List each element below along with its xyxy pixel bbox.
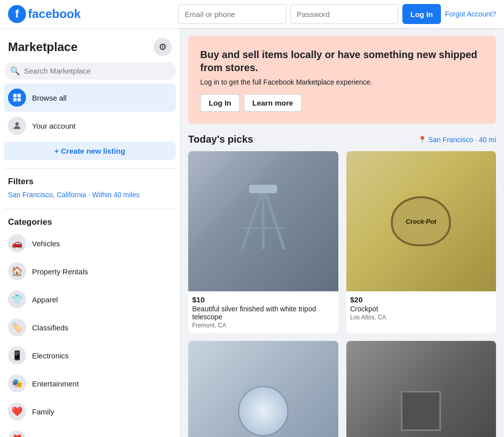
product-image-machinery — [346, 341, 496, 437]
category-item-property-rentals[interactable]: 🏠 Property Rentals — [4, 257, 176, 285]
product-card-0[interactable]: $10 Beautiful silver finished with white… — [188, 151, 338, 333]
product-card-1[interactable]: Crock·Pot $20 Crockpot Los Altos, CA — [346, 151, 496, 333]
product-name: Crockpot — [350, 305, 492, 313]
category-item-free-stuff[interactable]: 🎁 Free Stuff — [4, 425, 176, 437]
banner-title: Buy and sell items locally or have somet… — [200, 48, 484, 74]
category-icon: 🚗 — [8, 234, 26, 252]
banner-learn-more-button[interactable]: Learn more — [244, 94, 302, 112]
main-content: Buy and sell items locally or have somet… — [180, 28, 504, 437]
picks-header: Today's picks 📍 San Francisco · 40 mi — [188, 134, 496, 145]
category-item-apparel[interactable]: 👕 Apparel — [4, 285, 176, 313]
divider-2 — [4, 209, 176, 209]
product-info: $20 Crockpot Los Altos, CA — [346, 291, 496, 325]
product-card-2[interactable] — [188, 341, 338, 437]
gear-button[interactable]: ⚙ — [154, 38, 172, 56]
sidebar-item-browse-all[interactable]: Browse all — [4, 84, 176, 112]
create-listing-button[interactable]: + Create new listing — [4, 142, 176, 160]
facebook-logo-f: f — [8, 5, 26, 23]
category-label: Property Rentals — [32, 267, 88, 276]
svg-line-5 — [242, 186, 263, 249]
product-card-3[interactable] — [346, 341, 496, 437]
location-pin-icon: 📍 — [418, 136, 426, 144]
banner: Buy and sell items locally or have somet… — [188, 36, 496, 124]
category-icon: 🎭 — [8, 374, 26, 392]
sidebar-title-row: Marketplace ⚙ — [4, 34, 176, 62]
category-item-entertainment[interactable]: 🎭 Entertainment — [4, 369, 176, 397]
banner-actions: Log In Learn more — [200, 94, 484, 112]
product-image-container — [188, 341, 338, 437]
product-image-container — [346, 341, 496, 437]
email-input[interactable] — [178, 4, 286, 24]
divider-1 — [4, 168, 176, 169]
svg-rect-8 — [249, 185, 277, 193]
browse-all-icon — [8, 89, 26, 107]
category-label: Family — [32, 407, 54, 416]
category-label: Free Stuff — [32, 435, 65, 438]
category-item-family[interactable]: ❤️ Family — [4, 397, 176, 425]
filter-location[interactable]: San Francisco, California · Within 40 mi… — [4, 189, 176, 205]
categories-title: Categories — [4, 213, 176, 229]
product-price: $10 — [192, 295, 334, 304]
product-name: Beautiful silver finished with white tri… — [192, 305, 334, 321]
filters-title: Filters — [4, 173, 176, 189]
browse-all-label: Browse all — [32, 94, 67, 102]
category-label: Entertainment — [32, 379, 79, 388]
svg-rect-0 — [14, 94, 17, 98]
header-right: Log In Forgot Account? — [178, 4, 496, 24]
category-item-vehicles[interactable]: 🚗 Vehicles — [4, 229, 176, 257]
header: f facebook Log In Forgot Account? — [0, 0, 504, 28]
product-location: Los Altos, CA — [350, 314, 492, 321]
forgot-account-link[interactable]: Forgot Account? — [445, 10, 496, 18]
category-label: Apparel — [32, 295, 58, 304]
banner-login-button[interactable]: Log In — [200, 94, 240, 112]
sidebar-item-your-account[interactable]: Your account — [4, 112, 176, 140]
category-label: Electronics — [32, 351, 69, 360]
category-item-classifieds[interactable]: 🏷️ Classifieds — [4, 313, 176, 341]
sidebar-title: Marketplace — [8, 40, 78, 54]
svg-rect-2 — [14, 98, 17, 102]
picks-location-text: San Francisco · 40 mi — [428, 136, 496, 144]
categories-list: 🚗 Vehicles 🏠 Property Rentals 👕 Apparel … — [4, 229, 176, 437]
category-icon: ❤️ — [8, 402, 26, 420]
your-account-label: Your account — [32, 122, 76, 130]
product-image-container — [188, 151, 338, 291]
search-input[interactable] — [24, 67, 170, 75]
category-icon: 👕 — [8, 290, 26, 308]
search-box[interactable]: 🔍 — [4, 62, 176, 80]
product-info: $10 Beautiful silver finished with white… — [188, 291, 338, 333]
svg-point-4 — [16, 122, 19, 126]
category-icon: 📱 — [8, 346, 26, 364]
svg-rect-3 — [18, 98, 21, 102]
facebook-logo-text: facebook — [28, 7, 81, 21]
product-image-crockpot: Crock·Pot — [346, 151, 496, 291]
product-image-tripod — [188, 151, 338, 291]
facebook-logo[interactable]: f facebook — [8, 5, 81, 23]
picks-title: Today's picks — [188, 134, 253, 145]
product-image-disco — [188, 341, 338, 437]
product-image-container: Crock·Pot — [346, 151, 496, 291]
login-button[interactable]: Log In — [402, 4, 441, 24]
category-item-electronics[interactable]: 📱 Electronics — [4, 341, 176, 369]
product-price: $20 — [350, 295, 492, 304]
your-account-icon — [8, 117, 26, 135]
category-label: Classifieds — [32, 323, 69, 332]
category-icon: 🎁 — [8, 430, 26, 437]
banner-subtitle: Log in to get the full Facebook Marketpl… — [200, 78, 484, 86]
product-location: Fremont, CA — [192, 322, 334, 329]
svg-rect-1 — [18, 94, 21, 98]
category-label: Vehicles — [32, 239, 60, 248]
sidebar: Marketplace ⚙ 🔍 Browse all Your account … — [0, 28, 180, 437]
password-input[interactable] — [290, 4, 398, 24]
picks-location[interactable]: 📍 San Francisco · 40 mi — [418, 136, 496, 144]
svg-line-6 — [263, 186, 284, 249]
product-grid: $10 Beautiful silver finished with white… — [188, 151, 496, 437]
category-icon: 🏠 — [8, 262, 26, 280]
page-wrapper: Marketplace ⚙ 🔍 Browse all Your account … — [0, 28, 504, 437]
search-icon: 🔍 — [10, 66, 20, 76]
category-icon: 🏷️ — [8, 318, 26, 336]
